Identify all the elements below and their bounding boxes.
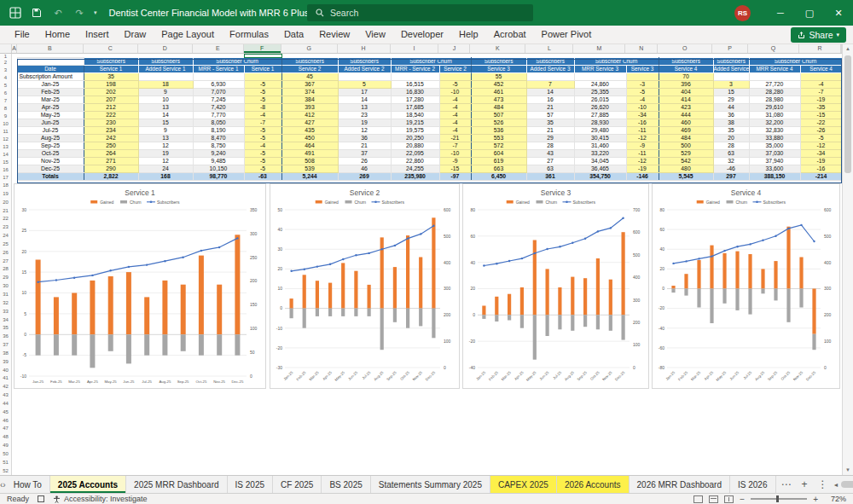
cell[interactable]: 8,050: [193, 119, 244, 127]
cell[interactable]: Jun-25: [17, 119, 84, 127]
cell[interactable]: -22: [800, 119, 842, 127]
user-avatar[interactable]: RS: [734, 5, 751, 21]
cell[interactable]: 18,540: [391, 112, 439, 119]
cell[interactable]: Jul-25: [17, 127, 84, 135]
cell[interactable]: -63: [244, 173, 281, 181]
row-header-12[interactable]: 12: [0, 136, 11, 143]
row-header-35[interactable]: 35: [0, 324, 11, 333]
column-header-c[interactable]: C: [84, 44, 138, 53]
cell[interactable]: -4: [439, 112, 471, 119]
cell[interactable]: 43: [526, 150, 574, 158]
restore-button[interactable]: ▢: [795, 0, 824, 26]
cell[interactable]: 450: [281, 135, 338, 142]
redo-icon[interactable]: ↷: [73, 6, 86, 20]
cell[interactable]: [800, 73, 842, 81]
sheet-tab-statements-summary-2025[interactable]: Statements Summary 2025: [371, 476, 490, 493]
column-header-h[interactable]: H: [338, 44, 391, 53]
cell[interactable]: 28,980: [749, 96, 800, 104]
cell[interactable]: -19: [626, 165, 659, 173]
cell[interactable]: 32,200: [749, 119, 800, 127]
cell[interactable]: 250: [84, 142, 138, 150]
cell[interactable]: 17,685: [391, 104, 439, 112]
column-header-b[interactable]: B: [17, 44, 84, 53]
cell[interactable]: Service 4: [800, 66, 842, 73]
cell[interactable]: [574, 73, 626, 81]
cell[interactable]: 9,485: [193, 158, 244, 165]
vertical-scroll-thumb[interactable]: [844, 55, 851, 173]
cell[interactable]: 388,150: [749, 173, 800, 181]
cell[interactable]: May-25: [17, 112, 84, 119]
cell[interactable]: MRR - Service 1: [193, 66, 244, 73]
cell[interactable]: 19,575: [391, 127, 439, 135]
cell[interactable]: Service 3: [626, 66, 659, 73]
cell[interactable]: 63: [526, 165, 574, 173]
column-header-m[interactable]: M: [573, 44, 625, 53]
cell[interactable]: 29,610: [749, 104, 800, 112]
cell[interactable]: 98,770: [193, 173, 244, 181]
row-header-32[interactable]: 32: [0, 299, 11, 308]
row-header-2[interactable]: 2: [0, 59, 11, 67]
zoom-slider[interactable]: [751, 498, 807, 500]
cell[interactable]: -214: [800, 173, 842, 181]
cell[interactable]: 393: [281, 104, 338, 112]
sheet-tab-is-2026[interactable]: IS 2026: [730, 476, 775, 493]
cell[interactable]: 63: [713, 150, 749, 158]
cell[interactable]: 44: [713, 104, 749, 112]
cell[interactable]: 21: [526, 127, 574, 135]
undo-icon[interactable]: ↶: [51, 6, 65, 20]
cell[interactable]: Date: [17, 66, 84, 73]
row-header-20[interactable]: 20: [0, 199, 11, 207]
cell[interactable]: 27,720: [749, 81, 800, 89]
cell[interactable]: 444: [659, 112, 713, 119]
cell[interactable]: 367: [281, 81, 338, 89]
column-header-i[interactable]: I: [391, 44, 439, 53]
cell[interactable]: -4: [626, 96, 659, 104]
cell[interactable]: 21: [338, 142, 391, 150]
cell[interactable]: -3: [626, 81, 659, 89]
cell[interactable]: 28: [526, 142, 574, 150]
scroll-up-icon[interactable]: ▲: [843, 44, 853, 54]
cell[interactable]: [626, 73, 659, 81]
cell[interactable]: Subscriber Churn: [749, 58, 842, 66]
cell[interactable]: [138, 73, 193, 81]
cell[interactable]: 435: [281, 127, 338, 135]
cell[interactable]: 29: [526, 135, 574, 142]
column-header-g[interactable]: G: [281, 44, 338, 53]
cell[interactable]: 38: [713, 119, 749, 127]
cell[interactable]: 9: [138, 89, 193, 96]
cell[interactable]: 354,750: [574, 173, 626, 181]
column-header-d[interactable]: D: [138, 44, 193, 53]
row-header-46[interactable]: 46: [0, 417, 11, 426]
row-header-17[interactable]: 17: [0, 174, 11, 182]
cell[interactable]: Service 3: [471, 66, 526, 73]
cell[interactable]: 452: [471, 81, 526, 89]
cell[interactable]: Apr-25: [17, 104, 84, 112]
cell[interactable]: 31,080: [749, 112, 800, 119]
row-header-7[interactable]: 7: [0, 97, 11, 105]
menu-tab-developer[interactable]: Developer: [393, 26, 451, 43]
cell[interactable]: 464: [281, 142, 338, 150]
cell[interactable]: Totals: [17, 173, 84, 181]
cell[interactable]: 32: [713, 158, 749, 165]
row-headers[interactable]: 1234567891011121314151617181920212223242…: [0, 54, 12, 475]
cell[interactable]: Added Service 1: [138, 66, 193, 73]
sheet-tab-how-to[interactable]: How To: [6, 476, 50, 493]
cell[interactable]: 404: [659, 89, 713, 96]
cell[interactable]: Service 4: [659, 66, 713, 73]
row-header-9[interactable]: 9: [0, 113, 11, 120]
row-header-29[interactable]: 29: [0, 274, 11, 282]
row-header-33[interactable]: 33: [0, 308, 11, 316]
cell[interactable]: Jan-25: [17, 81, 84, 89]
column-header-q[interactable]: Q: [748, 44, 799, 53]
cell[interactable]: 31,460: [574, 142, 626, 150]
cell[interactable]: Added Service 2: [338, 66, 391, 73]
cell[interactable]: 297: [713, 173, 749, 181]
cell[interactable]: -9: [626, 142, 659, 150]
cell[interactable]: -4: [439, 104, 471, 112]
cell[interactable]: 37: [338, 150, 391, 158]
sheet-tab-2025-accounts[interactable]: 2025 Accounts: [50, 476, 126, 493]
column-header-j[interactable]: J: [438, 44, 470, 53]
cell[interactable]: -7: [439, 142, 471, 150]
cell[interactable]: 536: [471, 127, 526, 135]
cell[interactable]: Subscriber Churn: [193, 58, 281, 66]
